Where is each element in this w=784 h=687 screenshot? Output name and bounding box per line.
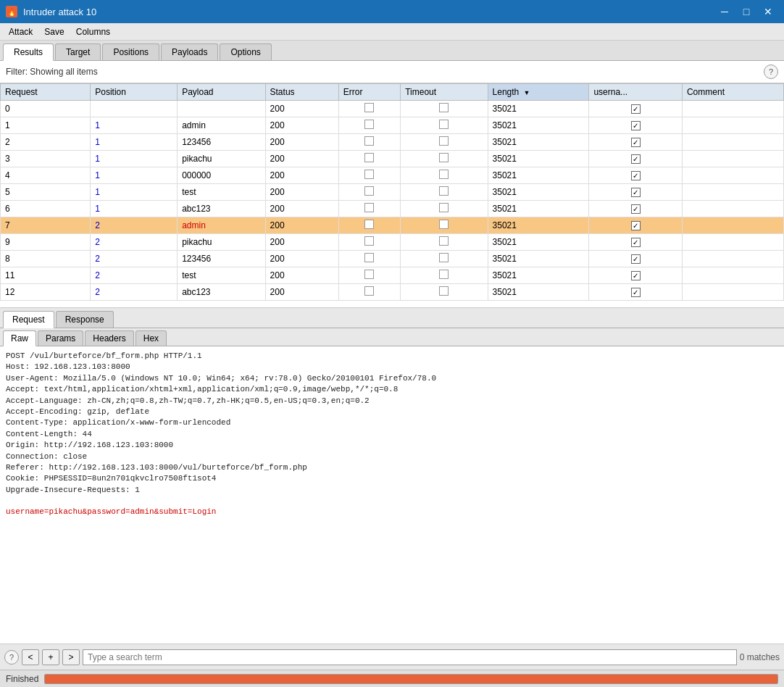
- panel-tab-response[interactable]: Response: [56, 311, 114, 328]
- table-cell: ✓: [589, 184, 683, 201]
- request-content-area: POST /vul/burteforce/bf_form.php HTTP/1.…: [0, 346, 784, 644]
- menu-save[interactable]: Save: [38, 25, 70, 38]
- table-cell: ✓: [589, 201, 683, 217]
- bottom-section: Request Response Raw Params Headers Hex …: [0, 308, 784, 670]
- table-cell: 200: [265, 251, 338, 267]
- table-cell: 7: [1, 217, 91, 234]
- table-cell: 200: [265, 117, 338, 134]
- table-row[interactable]: 72admin20035021✓: [1, 217, 784, 234]
- sub-tab-hex[interactable]: Hex: [135, 330, 167, 346]
- table-cell: 35021: [488, 234, 589, 251]
- maximize-button[interactable]: □: [736, 4, 756, 19]
- table-cell: 1: [91, 184, 178, 201]
- table-cell: [682, 184, 783, 201]
- table-cell: 5: [1, 184, 91, 201]
- table-cell: [682, 101, 783, 117]
- col-header-position[interactable]: Position: [91, 84, 178, 101]
- table-cell: [401, 234, 488, 251]
- table-cell: ✓: [589, 101, 683, 117]
- table-cell: [338, 201, 400, 217]
- table-cell: ✓: [589, 284, 683, 301]
- col-header-payload[interactable]: Payload: [178, 84, 265, 101]
- table-cell: [682, 284, 783, 301]
- table-cell: 2: [91, 267, 178, 284]
- table-cell: 35021: [488, 267, 589, 284]
- table-cell: 200: [265, 284, 338, 301]
- tab-payloads[interactable]: Payloads: [161, 43, 218, 60]
- table-row[interactable]: 4100000020035021✓: [1, 167, 784, 184]
- panel-tab-bar: Request Response: [0, 308, 784, 328]
- table-row[interactable]: 11admin20035021✓: [1, 117, 784, 134]
- table-cell: 200: [265, 234, 338, 251]
- table-cell: [682, 234, 783, 251]
- table-cell: 2: [91, 284, 178, 301]
- table-cell: 11: [1, 267, 91, 284]
- next-match-button[interactable]: >: [62, 649, 80, 665]
- table-cell: 35021: [488, 101, 589, 117]
- prev-match-button[interactable]: <: [22, 649, 39, 665]
- table-cell: [401, 117, 488, 134]
- minimize-button[interactable]: ─: [714, 4, 735, 19]
- tab-results[interactable]: Results: [3, 43, 54, 61]
- col-header-error[interactable]: Error: [338, 84, 400, 101]
- table-cell: [401, 151, 488, 167]
- table-cell: 35021: [488, 184, 589, 201]
- table-row[interactable]: 2112345620035021✓: [1, 134, 784, 151]
- title-bar-left: 🔥 Intruder attack 10: [6, 6, 96, 17]
- col-header-status[interactable]: Status: [265, 84, 338, 101]
- col-header-username[interactable]: userna...: [589, 84, 683, 101]
- table-cell: ✓: [589, 217, 683, 234]
- tab-positions[interactable]: Positions: [102, 43, 159, 60]
- table-row[interactable]: 51test20035021✓: [1, 184, 784, 201]
- table-cell: ✓: [589, 167, 683, 184]
- table-cell: 35021: [488, 134, 589, 151]
- add-button[interactable]: +: [42, 649, 59, 665]
- table-cell: ✓: [589, 267, 683, 284]
- col-header-comment[interactable]: Comment: [682, 84, 783, 101]
- table-row[interactable]: 8212345620035021✓: [1, 251, 784, 267]
- col-header-timeout[interactable]: Timeout: [401, 84, 488, 101]
- table-cell: [682, 201, 783, 217]
- sub-tab-raw[interactable]: Raw: [3, 330, 36, 346]
- table-cell: 123456: [178, 134, 265, 151]
- panel-tab-request[interactable]: Request: [3, 311, 54, 328]
- table-cell: 1: [91, 201, 178, 217]
- table-cell: [91, 101, 178, 117]
- results-table-container[interactable]: Request Position Payload Status Error Ti…: [0, 83, 784, 308]
- table-row[interactable]: 112test20035021✓: [1, 267, 784, 284]
- table-row[interactable]: 020035021✓: [1, 101, 784, 117]
- request-raw-content: POST /vul/burteforce/bf_form.php HTTP/1.…: [0, 346, 784, 644]
- title-bar: 🔥 Intruder attack 10 ─ □ ✕: [0, 0, 784, 23]
- search-input[interactable]: [83, 649, 737, 665]
- table-cell: 3: [1, 151, 91, 167]
- table-cell: 35021: [488, 251, 589, 267]
- table-cell: [401, 134, 488, 151]
- table-cell: 200: [265, 134, 338, 151]
- col-header-length[interactable]: Length ▼: [488, 84, 589, 101]
- table-cell: 1: [91, 134, 178, 151]
- table-row[interactable]: 122abc12320035021✓: [1, 284, 784, 301]
- table-cell: [682, 217, 783, 234]
- table-cell: 200: [265, 217, 338, 234]
- sub-tab-headers[interactable]: Headers: [85, 330, 133, 346]
- sub-tab-params[interactable]: Params: [38, 330, 83, 346]
- menu-columns[interactable]: Columns: [70, 25, 116, 38]
- app-title: Intruder attack 10: [23, 7, 96, 17]
- filter-help-button[interactable]: ?: [764, 64, 778, 79]
- col-header-request[interactable]: Request: [1, 84, 91, 101]
- table-row[interactable]: 31pikachu20035021✓: [1, 151, 784, 167]
- search-help-button[interactable]: ?: [4, 650, 19, 665]
- menu-attack[interactable]: Attack: [3, 25, 38, 38]
- table-cell: 6: [1, 201, 91, 217]
- tab-target[interactable]: Target: [55, 43, 101, 60]
- table-cell: [682, 251, 783, 267]
- results-table: Request Position Payload Status Error Ti…: [0, 83, 784, 301]
- menu-bar: Attack Save Columns: [0, 23, 784, 41]
- table-cell: [338, 184, 400, 201]
- table-cell: ✓: [589, 134, 683, 151]
- table-cell: ✓: [589, 234, 683, 251]
- table-row[interactable]: 61abc12320035021✓: [1, 201, 784, 217]
- close-button[interactable]: ✕: [758, 4, 778, 19]
- tab-options[interactable]: Options: [220, 43, 271, 60]
- table-row[interactable]: 92pikachu20035021✓: [1, 234, 784, 251]
